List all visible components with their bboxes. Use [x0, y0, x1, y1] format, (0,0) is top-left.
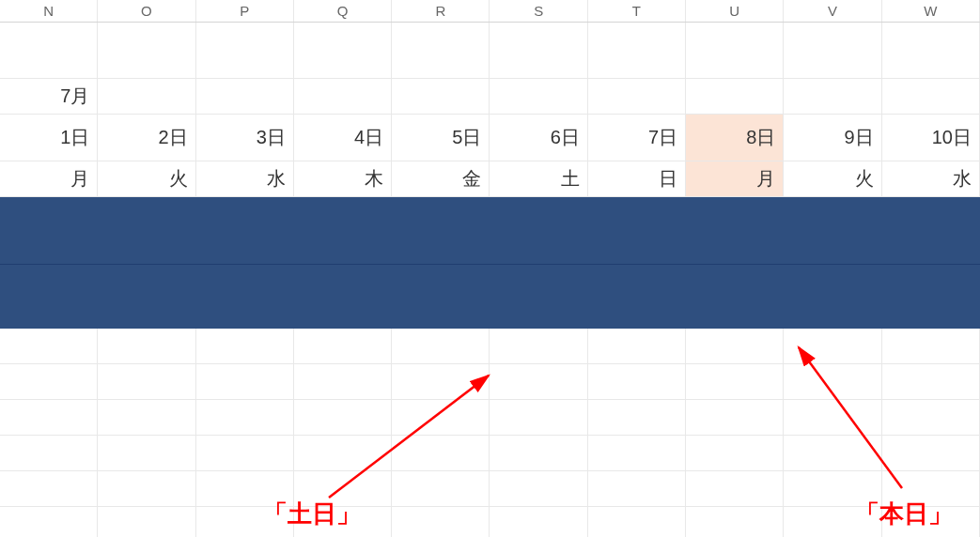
- cell[interactable]: [196, 197, 294, 264]
- cell-weekend[interactable]: [490, 400, 587, 435]
- cell-weekend[interactable]: [588, 400, 686, 435]
- cell-weekend[interactable]: [588, 364, 686, 399]
- cell[interactable]: [392, 79, 490, 114]
- cell[interactable]: [294, 265, 392, 329]
- cell[interactable]: 6日: [490, 115, 587, 161]
- cell[interactable]: [392, 400, 490, 435]
- cell[interactable]: [588, 23, 686, 78]
- col-header[interactable]: T: [588, 0, 686, 22]
- cell[interactable]: [588, 79, 686, 114]
- cell[interactable]: [294, 197, 392, 264]
- cell[interactable]: [882, 23, 980, 78]
- cell[interactable]: [490, 197, 587, 264]
- cell[interactable]: 火: [98, 161, 195, 196]
- cell[interactable]: [686, 265, 784, 329]
- cell[interactable]: 木: [294, 161, 392, 196]
- cell-today[interactable]: 月: [686, 161, 784, 196]
- cell[interactable]: [0, 197, 98, 264]
- cell[interactable]: [294, 364, 392, 399]
- col-header[interactable]: R: [392, 0, 490, 22]
- cell-weekend[interactable]: [588, 436, 686, 470]
- cell[interactable]: [294, 23, 392, 78]
- cell[interactable]: [0, 23, 98, 78]
- cell[interactable]: [392, 329, 490, 363]
- cell[interactable]: [784, 79, 881, 114]
- cell[interactable]: 水: [196, 161, 294, 196]
- cell[interactable]: 7日: [588, 115, 686, 161]
- cell-weekend[interactable]: [490, 364, 587, 399]
- cell[interactable]: [0, 265, 98, 329]
- cell[interactable]: [784, 400, 881, 435]
- cell[interactable]: [0, 471, 98, 506]
- cell[interactable]: 7月: [0, 79, 98, 114]
- cell[interactable]: [882, 197, 980, 264]
- cell[interactable]: [588, 265, 686, 329]
- cell[interactable]: [588, 507, 686, 537]
- cell[interactable]: [196, 79, 294, 114]
- cell[interactable]: [392, 507, 490, 537]
- cell[interactable]: [686, 79, 784, 114]
- cell[interactable]: 10日: [882, 115, 980, 161]
- cell[interactable]: [196, 436, 294, 470]
- cell[interactable]: [98, 265, 195, 329]
- cell[interactable]: [98, 436, 195, 470]
- cell[interactable]: [784, 329, 881, 363]
- col-header[interactable]: N: [0, 0, 98, 22]
- col-header[interactable]: O: [98, 0, 195, 22]
- cell[interactable]: [0, 436, 98, 470]
- cell-today[interactable]: [686, 400, 784, 435]
- col-header[interactable]: W: [882, 0, 980, 22]
- cell[interactable]: [882, 436, 980, 470]
- cell[interactable]: [490, 23, 587, 78]
- cell[interactable]: [196, 265, 294, 329]
- cell[interactable]: [98, 23, 195, 78]
- cell[interactable]: 5日: [392, 115, 490, 161]
- cell[interactable]: [294, 436, 392, 470]
- col-header[interactable]: V: [784, 0, 881, 22]
- cell-weekend[interactable]: [490, 329, 587, 363]
- cell[interactable]: [392, 364, 490, 399]
- cell[interactable]: 9日: [784, 115, 881, 161]
- cell-today[interactable]: [686, 471, 784, 506]
- cell[interactable]: [784, 265, 881, 329]
- cell[interactable]: [294, 400, 392, 435]
- col-header[interactable]: Q: [294, 0, 392, 22]
- cell[interactable]: [882, 329, 980, 363]
- cell[interactable]: [294, 329, 392, 363]
- cell[interactable]: [196, 400, 294, 435]
- cell[interactable]: [392, 265, 490, 329]
- cell-today[interactable]: [686, 436, 784, 470]
- cell[interactable]: [98, 507, 195, 537]
- cell[interactable]: [0, 400, 98, 435]
- cell-weekend[interactable]: [588, 471, 686, 506]
- cell[interactable]: [882, 79, 980, 114]
- cell[interactable]: 4日: [294, 115, 392, 161]
- cell-today[interactable]: [686, 364, 784, 399]
- cell-weekend[interactable]: [490, 471, 587, 506]
- cell[interactable]: [784, 436, 881, 470]
- cell[interactable]: [98, 400, 195, 435]
- cell[interactable]: 土: [490, 161, 587, 196]
- cell[interactable]: [490, 265, 587, 329]
- cell-weekend[interactable]: [490, 436, 587, 470]
- cell[interactable]: [686, 23, 784, 78]
- cell[interactable]: 3日: [196, 115, 294, 161]
- cell[interactable]: 2日: [98, 115, 195, 161]
- cell[interactable]: 金: [392, 161, 490, 196]
- cell[interactable]: 月: [0, 161, 98, 196]
- cell[interactable]: [882, 265, 980, 329]
- cell[interactable]: [98, 364, 195, 399]
- cell[interactable]: [0, 329, 98, 363]
- col-header[interactable]: U: [686, 0, 784, 22]
- cell[interactable]: [784, 23, 881, 78]
- cell[interactable]: [392, 23, 490, 78]
- cell[interactable]: [0, 507, 98, 537]
- col-header[interactable]: P: [196, 0, 294, 22]
- col-header[interactable]: S: [490, 0, 587, 22]
- cell[interactable]: [196, 23, 294, 78]
- cell[interactable]: [392, 197, 490, 264]
- cell[interactable]: [98, 197, 195, 264]
- cell[interactable]: [588, 197, 686, 264]
- cell[interactable]: [0, 364, 98, 399]
- cell[interactable]: [686, 507, 784, 537]
